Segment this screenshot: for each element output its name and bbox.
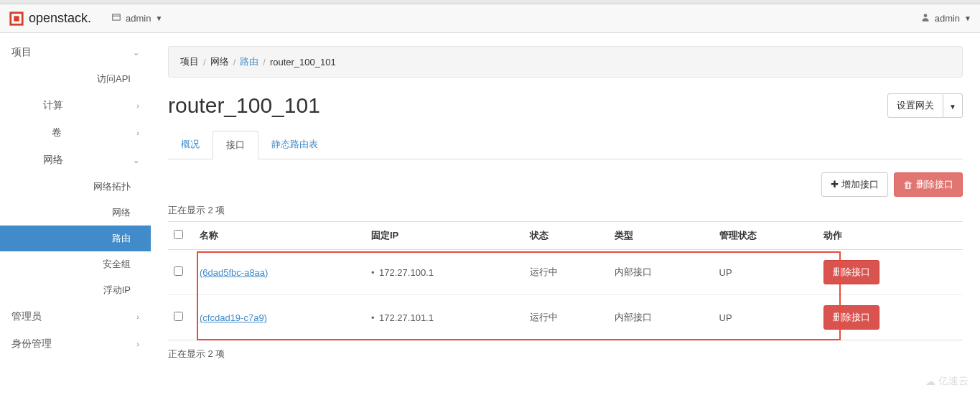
sidebar-item-admin[interactable]: 管理员 › <box>0 303 151 330</box>
chevron-right-icon: › <box>136 129 139 137</box>
col-admin-state: 管理状态 <box>714 222 818 250</box>
caret-down-icon: ▼ <box>964 14 971 22</box>
row-delete-button[interactable]: 删除接口 <box>823 260 879 284</box>
breadcrumb-project: 项目 <box>180 55 199 68</box>
breadcrumb-current: router_100_101 <box>270 57 336 68</box>
context-icon <box>111 12 121 24</box>
sidebar-item-topology[interactable]: 网络拓扑 <box>0 174 151 200</box>
sidebar-item-network[interactable]: 网络 ⌄ <box>0 147 151 174</box>
interface-link[interactable]: (cfcdad19-c7a9) <box>200 312 267 323</box>
sidebar-item-routers[interactable]: 路由 <box>0 226 151 251</box>
col-type: 类型 <box>609 222 714 250</box>
set-gateway-group: 设置网关 ▼ <box>887 93 963 118</box>
breadcrumb: 项目 / 网络 / 路由 / router_100_101 <box>168 46 963 78</box>
page-title: router_100_101 <box>168 93 887 118</box>
chevron-right-icon: › <box>136 312 139 321</box>
plus-icon: ✚ <box>831 179 839 190</box>
topbar: openstack. admin ▼ admin ▼ <box>0 4 980 33</box>
admin-state-value: UP <box>714 295 818 340</box>
fixed-ip-value: 172.27.101.1 <box>371 312 434 323</box>
delete-interfaces-button[interactable]: 🗑 删除接口 <box>894 172 963 197</box>
type-value: 内部接口 <box>609 250 714 295</box>
sidebar-item-project[interactable]: 项目 ⌄ <box>0 39 151 66</box>
openstack-icon <box>9 11 24 27</box>
row-checkbox[interactable] <box>174 312 183 321</box>
cloud-icon: ☁ <box>925 376 935 387</box>
tab-interfaces[interactable]: 接口 <box>213 131 258 159</box>
trash-icon: 🗑 <box>903 180 913 190</box>
table-caption-bottom: 正在显示 2 项 <box>168 348 963 361</box>
sidebar-item-security-groups[interactable]: 安全组 <box>0 251 151 277</box>
chevron-right-icon: › <box>136 101 139 110</box>
sidebar-item-identity[interactable]: 身份管理 › <box>0 330 151 358</box>
chevron-down-icon: ⌄ <box>133 156 139 165</box>
watermark: ☁ 亿速云 <box>925 375 969 388</box>
chevron-down-icon: ⌄ <box>133 48 139 57</box>
breadcrumb-network: 网络 <box>210 55 229 68</box>
col-fixed-ip: 固定IP <box>365 222 524 250</box>
set-gateway-button[interactable]: 设置网关 <box>887 93 943 118</box>
brand-text: openstack. <box>29 11 91 26</box>
col-status: 状态 <box>524 222 609 250</box>
table-caption-top: 正在显示 2 项 <box>168 204 963 217</box>
sidebar-item-networks[interactable]: 网络 <box>0 200 151 226</box>
admin-state-value: UP <box>714 250 818 295</box>
row-delete-button[interactable]: 删除接口 <box>823 305 879 330</box>
svg-point-4 <box>923 14 927 17</box>
project-name: admin <box>126 13 151 24</box>
col-name: 名称 <box>194 222 365 250</box>
breadcrumb-routers-link[interactable]: 路由 <box>240 55 258 68</box>
tabs: 概况 接口 静态路由表 <box>168 131 963 159</box>
col-actions: 动作 <box>818 222 963 250</box>
sidebar: 项目 ⌄ 访问API 计算 › 卷 › 网络 ⌄ 网络拓扑 网络 路由 安全组 … <box>0 33 151 395</box>
add-interface-button[interactable]: ✚ 增加接口 <box>821 172 888 197</box>
select-all-checkbox[interactable] <box>174 230 183 239</box>
interfaces-table: 名称 固定IP 状态 类型 管理状态 动作 (6dad5fbc-a8aa) 17… <box>168 221 963 340</box>
user-name: admin <box>935 13 960 24</box>
caret-down-icon: ▼ <box>156 14 163 22</box>
sidebar-item-access-api[interactable]: 访问API <box>0 66 151 92</box>
table-row: (6dad5fbc-a8aa) 172.27.100.1 运行中 内部接口 UP… <box>168 250 963 295</box>
sidebar-item-volume[interactable]: 卷 › <box>0 119 151 147</box>
main-content: 项目 / 网络 / 路由 / router_100_101 router_100… <box>151 33 980 395</box>
set-gateway-dropdown[interactable]: ▼ <box>943 93 963 118</box>
svg-rect-2 <box>113 14 121 20</box>
status-value: 运行中 <box>524 295 609 340</box>
user-menu[interactable]: admin ▼ <box>920 12 971 24</box>
tab-static-routes[interactable]: 静态路由表 <box>258 131 331 159</box>
tab-overview[interactable]: 概况 <box>168 131 213 159</box>
project-switcher[interactable]: admin ▼ <box>111 12 162 24</box>
row-checkbox[interactable] <box>174 266 183 276</box>
user-icon <box>920 12 930 24</box>
interface-link[interactable]: (6dad5fbc-a8aa) <box>200 267 268 278</box>
table-row: (cfcdad19-c7a9) 172.27.101.1 运行中 内部接口 UP… <box>168 295 963 340</box>
caret-down-icon: ▼ <box>949 103 956 111</box>
sidebar-item-floating-ip[interactable]: 浮动IP <box>0 277 151 303</box>
chevron-right-icon: › <box>136 340 139 348</box>
svg-rect-1 <box>14 16 19 21</box>
fixed-ip-value: 172.27.100.1 <box>371 267 434 278</box>
brand-logo[interactable]: openstack. <box>9 11 91 27</box>
sidebar-item-compute[interactable]: 计算 › <box>0 92 151 119</box>
type-value: 内部接口 <box>609 295 714 340</box>
status-value: 运行中 <box>524 250 609 295</box>
